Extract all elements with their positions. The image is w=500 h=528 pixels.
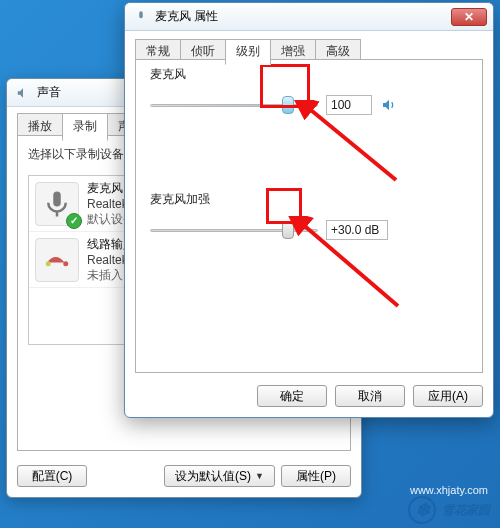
mute-toggle-icon[interactable] <box>380 96 398 114</box>
mic-icon <box>133 9 149 25</box>
set-default-button[interactable]: 设为默认值(S)▼ <box>164 465 275 487</box>
close-button[interactable]: ✕ <box>451 8 487 26</box>
mic-level-row: 100 <box>150 93 468 117</box>
svg-point-1 <box>63 261 68 266</box>
sound-window-buttons: 配置(C) 设为默认值(S)▼ 属性(P) <box>17 465 351 487</box>
props-titlebar[interactable]: 麦克风 属性 ✕ <box>125 3 493 31</box>
properties-button[interactable]: 属性(P) <box>281 465 351 487</box>
mic-level-slider[interactable] <box>150 95 318 115</box>
tab-levels[interactable]: 级别 <box>225 39 271 65</box>
watermark: ❄ 雪花家园 <box>408 496 490 524</box>
ok-button[interactable]: 确定 <box>257 385 327 407</box>
mic-device-icon: ✓ <box>35 182 79 226</box>
watermark-url: www.xhjaty.com <box>410 484 488 496</box>
props-window-buttons: 确定 取消 应用(A) <box>135 385 483 407</box>
mic-boost-slider[interactable] <box>150 220 318 240</box>
linein-device-icon <box>35 238 79 282</box>
mic-boost-thumb[interactable] <box>282 221 294 239</box>
mic-level-label: 麦克风 <box>150 66 468 83</box>
checkmark-icon: ✓ <box>66 213 82 229</box>
snowflake-icon: ❄ <box>408 496 436 524</box>
chevron-down-icon: ▼ <box>255 471 264 481</box>
mic-boost-row: +30.0 dB <box>150 218 468 242</box>
cancel-button[interactable]: 取消 <box>335 385 405 407</box>
configure-button[interactable]: 配置(C) <box>17 465 87 487</box>
apply-button[interactable]: 应用(A) <box>413 385 483 407</box>
mic-level-thumb[interactable] <box>282 96 294 114</box>
props-window-title: 麦克风 属性 <box>155 8 218 25</box>
mic-boost-value[interactable]: +30.0 dB <box>326 220 388 240</box>
close-icon: ✕ <box>464 10 474 24</box>
mic-properties-window: 麦克风 属性 ✕ 常规 侦听 级别 增强 高级 麦克风 100 麦克风加强 <box>124 2 494 418</box>
svg-point-0 <box>46 261 51 266</box>
levels-panel: 麦克风 100 麦克风加强 +30.0 dB <box>135 59 483 373</box>
tab-recording[interactable]: 录制 <box>62 113 108 141</box>
mic-boost-label: 麦克风加强 <box>150 191 468 208</box>
sound-window-title: 声音 <box>37 84 61 101</box>
mic-level-value[interactable]: 100 <box>326 95 372 115</box>
speaker-icon <box>15 85 31 101</box>
